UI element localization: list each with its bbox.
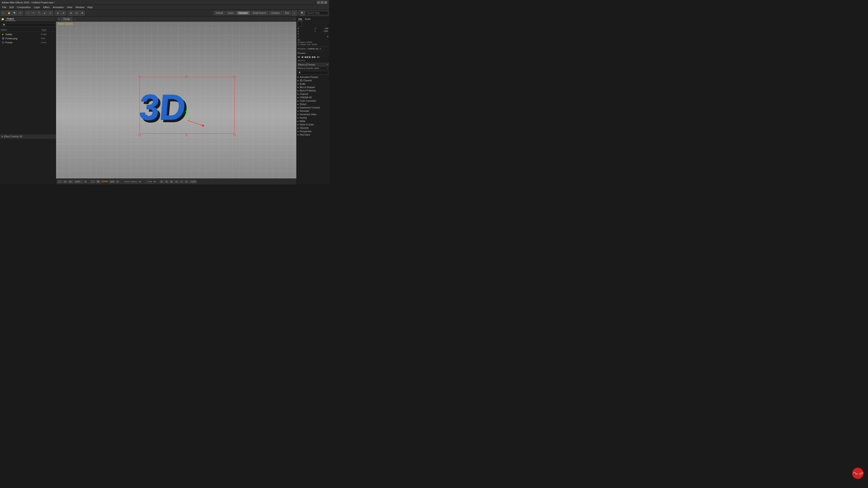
- vp-3d[interactable]: 3D: [68, 180, 73, 183]
- project-item-fondo-png[interactable]: 🖼 Fondo.png PNG: [0, 36, 55, 40]
- effect-category-matte[interactable]: ▶Matte: [297, 120, 329, 123]
- minimize-button[interactable]: ─: [317, 1, 320, 4]
- menu-help[interactable]: Help: [86, 5, 94, 9]
- effects-search-input[interactable]: [298, 71, 328, 74]
- effect-category-perspective[interactable]: ▶Perspective: [297, 130, 329, 133]
- effect-category-color-correction[interactable]: ▶Color Correction: [297, 99, 329, 103]
- tool-puppet[interactable]: ⊕: [61, 11, 66, 15]
- vp-zoom-value[interactable]: 100%: [74, 180, 83, 183]
- vp-quality-select[interactable]: Half: [109, 180, 115, 183]
- workspace-small-screen[interactable]: Small Screen: [251, 11, 268, 15]
- preview-last-frame[interactable]: ⏭: [317, 55, 320, 59]
- effect-controls-title: Effect Controls 3D: [4, 135, 22, 138]
- vp-safe-zones[interactable]: ⊡: [175, 180, 179, 183]
- effects-tab-library[interactable]: Librar: [314, 67, 319, 69]
- menu-edit[interactable]: Edit: [8, 5, 15, 9]
- tool-select[interactable]: ↖: [1, 11, 6, 15]
- tool-light[interactable]: ⊠: [80, 11, 85, 15]
- project-item-solids[interactable]: ▶ Solids Folder: [0, 32, 55, 36]
- effect-category-animation-presets[interactable]: ▶Animation Presets: [297, 75, 329, 79]
- preview-prev-frame[interactable]: ◀: [301, 55, 303, 59]
- vp-rulers[interactable]: ⊠: [169, 180, 174, 183]
- effect-category-generate[interactable]: ▶Generate: [297, 109, 329, 113]
- tool-zoom[interactable]: 🔍: [12, 11, 17, 15]
- vp-zoom-dropdown[interactable]: ▾: [84, 180, 87, 183]
- effect-category-audio[interactable]: ▶Audio: [297, 82, 329, 86]
- vp-snapshot[interactable]: 📷: [96, 180, 101, 183]
- workspace-standard[interactable]: Standard: [237, 11, 250, 15]
- menu-composition[interactable]: Composition: [16, 5, 32, 9]
- effect-category-noise-&-grain[interactable]: ▶Noise & Grain: [297, 123, 329, 126]
- vp-view-select[interactable]: 1 View: [145, 180, 157, 184]
- menu-view[interactable]: View: [66, 5, 74, 9]
- effect-category-immersive-video[interactable]: ▶Immersive Video: [297, 113, 329, 116]
- vp-guides[interactable]: ⊟: [164, 180, 168, 183]
- comp-controls-more[interactable]: ≡: [294, 18, 295, 20]
- effect-category-expression-controls[interactable]: ▶Expression Controls: [297, 106, 329, 109]
- search-icon[interactable]: 🔍: [300, 11, 305, 15]
- project-item-fondo[interactable]: ⬛ Fondo Comp: [0, 40, 55, 44]
- workspace-area: Default Learn Standard Small Screen Libr…: [214, 11, 328, 15]
- tool-clone[interactable]: ⎘: [48, 11, 53, 15]
- effects-tab-presets[interactable]: Effects & Presets: [298, 67, 313, 69]
- menu-file[interactable]: File: [1, 5, 8, 9]
- menu-window[interactable]: Window: [74, 5, 86, 9]
- effect-category-red-giant[interactable]: ▶Red Giant: [297, 133, 329, 136]
- preview-step-fwd[interactable]: ▶▶: [312, 55, 316, 59]
- comp-tab-close[interactable]: ≡: [74, 18, 75, 20]
- project-tab[interactable]: Project: [5, 17, 16, 21]
- help-search-input[interactable]: [306, 11, 328, 15]
- tool-hand[interactable]: ✋: [6, 11, 11, 15]
- tool-align[interactable]: ⊞: [68, 11, 73, 15]
- info-tab-info[interactable]: Info: [298, 18, 303, 21]
- tool-camera[interactable]: ⊟: [74, 11, 79, 15]
- viewport[interactable]: Active Camera 3D 3D 3D: [56, 22, 296, 178]
- main-toolbar: ↖ ✋ 🔍 ↺ □ ✒ T 🖌 ⎘ ◈ ⊕ ⊞ ⊟ ⊠ Default Lear…: [0, 9, 329, 17]
- vp-sep2: [121, 180, 121, 184]
- workspace-overflow[interactable]: »: [292, 11, 297, 15]
- workspace-libraries[interactable]: Libraries: [269, 11, 282, 15]
- vp-quality-dropdown[interactable]: ▾: [116, 180, 119, 183]
- preview-step-back[interactable]: ◀◀: [304, 55, 308, 59]
- effect-category-3d-channel[interactable]: ▶3D Channel: [297, 79, 329, 82]
- vp-view-options[interactable]: ⬛: [57, 180, 62, 183]
- menu-effect[interactable]: Effect: [42, 5, 51, 9]
- effect-category-blur-&-sharpen[interactable]: ▶Blur & Sharpen: [297, 86, 329, 89]
- menu-animation[interactable]: Animation: [51, 5, 65, 9]
- effects-more-icon[interactable]: ≡: [327, 64, 328, 66]
- maximize-button[interactable]: □: [320, 1, 324, 4]
- effect-category-obsolete[interactable]: ▶Obsolete: [297, 126, 329, 130]
- workspace-test[interactable]: Test: [283, 11, 291, 15]
- tool-shape[interactable]: □: [25, 11, 30, 15]
- menu-layer[interactable]: Layer: [33, 5, 41, 9]
- effects-overflow[interactable]: »: [327, 67, 328, 69]
- arrow-icon: ▶: [298, 83, 299, 85]
- vp-grid[interactable]: ⊞: [63, 180, 67, 183]
- preview-play[interactable]: ▶: [309, 55, 311, 59]
- effect-category-channel[interactable]: ▶Channel: [297, 92, 329, 96]
- preview-first-frame[interactable]: ⏮: [298, 55, 300, 59]
- vp-display[interactable]: ⬛: [90, 180, 95, 183]
- composition-tab[interactable]: Fondo: [61, 17, 72, 21]
- 3d-text-object[interactable]: 3D 3D 3D: [133, 75, 241, 138]
- vp-motion-blur[interactable]: ◎: [184, 180, 188, 183]
- vp-preview[interactable]: ⬡: [180, 180, 184, 183]
- effect-category-cinema-4d[interactable]: ▶CINEMA 4D: [297, 96, 329, 99]
- effect-category-boris-fx-mocha[interactable]: ▶Boris FX Mocha: [297, 89, 329, 92]
- project-item-name-fondo: Fondo: [5, 41, 12, 44]
- tool-rotate[interactable]: ↺: [18, 11, 23, 15]
- tool-paint[interactable]: 🖌: [42, 11, 47, 15]
- vp-camera-select[interactable]: Active Camera: [122, 180, 142, 184]
- renderer-settings-icon[interactable]: ⚙: [319, 48, 321, 50]
- project-search-input[interactable]: [2, 23, 56, 27]
- tool-roto[interactable]: ◈: [55, 11, 60, 15]
- effect-category-distort[interactable]: ▶Distort: [297, 103, 329, 106]
- tool-text[interactable]: T: [37, 11, 41, 15]
- info-tab-audio[interactable]: Audio: [304, 18, 312, 21]
- tool-pen[interactable]: ✒: [31, 11, 36, 15]
- workspace-learn[interactable]: Learn: [226, 11, 236, 15]
- close-button[interactable]: ✕: [324, 1, 327, 4]
- vp-grid-btn[interactable]: ⊞: [160, 180, 164, 183]
- effect-category-keying[interactable]: ▶Keying: [297, 116, 329, 120]
- workspace-default[interactable]: Default: [214, 11, 225, 15]
